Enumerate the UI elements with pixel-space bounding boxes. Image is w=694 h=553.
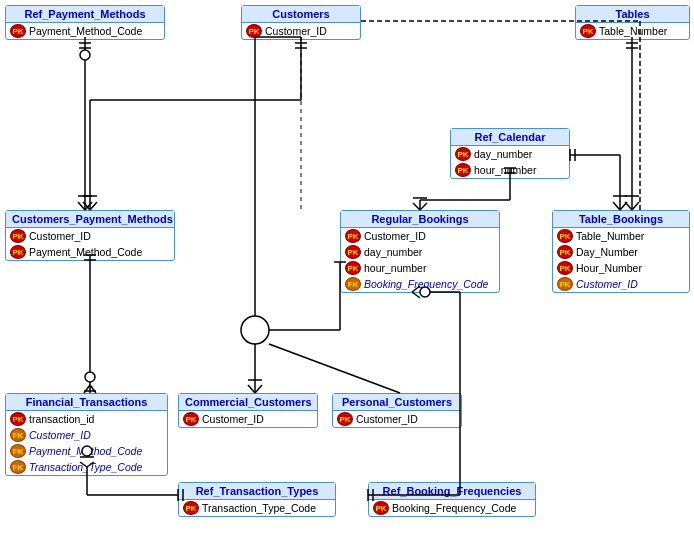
- svg-line-36: [625, 202, 632, 210]
- field-payment-method-code: PK Payment_Method_Code: [6, 244, 174, 260]
- pk-icon: PK: [183, 501, 199, 515]
- svg-point-56: [85, 372, 95, 382]
- svg-line-2: [85, 202, 92, 210]
- field-label: hour_number: [364, 262, 426, 274]
- svg-line-44: [620, 202, 627, 210]
- field-customer-id: PK Customer_ID: [341, 228, 499, 244]
- field-booking-frequency-code: FK Booking_Frequency_Code: [341, 276, 499, 292]
- pk-icon: PK: [580, 24, 596, 38]
- entity-ref-calendar: Ref_Calendar PK day_number PK hour_numbe…: [450, 128, 570, 179]
- field-transaction-type-code: PK Transaction_Type_Code: [179, 500, 335, 516]
- field-label: Payment_Method_Code: [29, 445, 142, 457]
- entity-personal-customers: Personal_Customers PK Customer_ID: [332, 393, 462, 428]
- field-hour-number: PK hour_number: [341, 260, 499, 276]
- fk-icon: FK: [10, 460, 26, 474]
- svg-line-1: [78, 202, 85, 210]
- field-label: day_number: [364, 246, 422, 258]
- fk-icon: FK: [345, 277, 361, 291]
- field-transaction-type-code-fk: FK Transaction_Type_Code: [6, 459, 167, 475]
- entity-title-ref-transaction-types: Ref_Transaction_Types: [179, 483, 335, 500]
- fk-icon: FK: [10, 444, 26, 458]
- field-label: hour_number: [474, 164, 536, 176]
- field-payment-method-code: PK Payment_Method_Code: [6, 23, 164, 39]
- svg-line-26: [269, 344, 400, 393]
- field-booking-frequency-code: PK Booking_Frequency_Code: [369, 500, 535, 516]
- field-customer-id: PK Customer_ID: [6, 228, 174, 244]
- field-payment-method-code-fk: FK Payment_Method_Code: [6, 443, 167, 459]
- field-label: Day_Number: [576, 246, 638, 258]
- entity-regular-bookings: Regular_Bookings PK Customer_ID PK day_n…: [340, 210, 500, 293]
- field-day-number: PK day_number: [451, 146, 569, 162]
- field-label: Table_Number: [576, 230, 644, 242]
- svg-line-31: [420, 203, 427, 210]
- field-label: Customer_ID: [265, 25, 327, 37]
- entity-customers: Customers PK Customer_ID: [241, 5, 361, 40]
- entity-title-ref-payment-methods: Ref_Payment_Methods: [6, 6, 164, 23]
- fk-icon: FK: [10, 428, 26, 442]
- svg-line-24: [255, 385, 262, 393]
- field-customer-id-fk: FK Customer_ID: [553, 276, 689, 292]
- svg-line-53: [84, 385, 90, 393]
- entity-title-personal-customers: Personal_Customers: [333, 394, 461, 411]
- entity-ref-booking-frequencies: Ref_Booking_Frequencies PK Booking_Frequ…: [368, 482, 536, 517]
- field-label: Customer_ID: [364, 230, 426, 242]
- entity-title-ref-calendar: Ref_Calendar: [451, 129, 569, 146]
- field-label: day_number: [474, 148, 532, 160]
- field-hour-number: PK Hour_Number: [553, 260, 689, 276]
- entity-table-bookings: Table_Bookings PK Table_Number PK Day_Nu…: [552, 210, 690, 293]
- entity-customers-payment-methods: Customers_Payment_Methods PK Customer_ID…: [5, 210, 175, 261]
- entity-title-cpm: Customers_Payment_Methods: [6, 211, 174, 228]
- field-label: Booking_Frequency_Code: [392, 502, 516, 514]
- entity-tables: Tables PK Table_Number: [575, 5, 690, 40]
- field-customer-id: PK Customer_ID: [242, 23, 360, 39]
- field-label: Hour_Number: [576, 262, 642, 274]
- field-customer-id: PK Customer_ID: [179, 411, 317, 427]
- field-table-number: PK Table_Number: [576, 23, 689, 39]
- pk-icon: PK: [557, 245, 573, 259]
- field-label: Payment_Method_Code: [29, 25, 142, 37]
- svg-line-43: [613, 202, 620, 210]
- diagram-container: Ref_Payment_Methods PK Payment_Method_Co…: [0, 0, 694, 553]
- field-label: Customer_ID: [29, 230, 91, 242]
- svg-line-10: [83, 202, 90, 210]
- field-label: Customer_ID: [202, 413, 264, 425]
- pk-icon: PK: [455, 147, 471, 161]
- entity-title-customers: Customers: [242, 6, 360, 23]
- entity-title-financial-transactions: Financial_Transactions: [6, 394, 167, 411]
- field-customer-id-fk: FK Customer_ID: [6, 427, 167, 443]
- field-label: Transaction_Type_Code: [29, 461, 142, 473]
- pk-icon: PK: [10, 24, 26, 38]
- field-day-number: PK day_number: [341, 244, 499, 260]
- field-label: Customer_ID: [576, 278, 638, 290]
- svg-line-23: [248, 385, 255, 393]
- entity-financial-transactions: Financial_Transactions PK transaction_id…: [5, 393, 168, 476]
- pk-icon: PK: [10, 412, 26, 426]
- pk-icon: PK: [373, 501, 389, 515]
- svg-point-6: [80, 50, 90, 60]
- entity-commercial-customers: Commercial_Customers PK Customer_ID: [178, 393, 318, 428]
- pk-icon: PK: [455, 163, 471, 177]
- entity-title-tables: Tables: [576, 6, 689, 23]
- field-customer-id: PK Customer_ID: [333, 411, 461, 427]
- field-label: Customer_ID: [29, 429, 91, 441]
- pk-icon: PK: [246, 24, 262, 38]
- field-label: Customer_ID: [356, 413, 418, 425]
- entity-title-regular-bookings: Regular_Bookings: [341, 211, 499, 228]
- field-transaction-id: PK transaction_id: [6, 411, 167, 427]
- pk-icon: PK: [183, 412, 199, 426]
- field-label: Payment_Method_Code: [29, 246, 142, 258]
- pk-icon: PK: [557, 229, 573, 243]
- svg-line-37: [632, 202, 639, 210]
- svg-line-54: [90, 385, 96, 393]
- entity-title-table-bookings: Table_Bookings: [553, 211, 689, 228]
- pk-icon: PK: [337, 412, 353, 426]
- pk-icon: PK: [345, 229, 361, 243]
- field-hour-number: PK hour_number: [451, 162, 569, 178]
- field-day-number: PK Day_Number: [553, 244, 689, 260]
- pk-icon: PK: [10, 229, 26, 243]
- pk-icon: PK: [10, 245, 26, 259]
- entity-ref-payment-methods: Ref_Payment_Methods PK Payment_Method_Co…: [5, 5, 165, 40]
- svg-line-30: [413, 203, 420, 210]
- field-label: Booking_Frequency_Code: [364, 278, 488, 290]
- fk-icon: FK: [557, 277, 573, 291]
